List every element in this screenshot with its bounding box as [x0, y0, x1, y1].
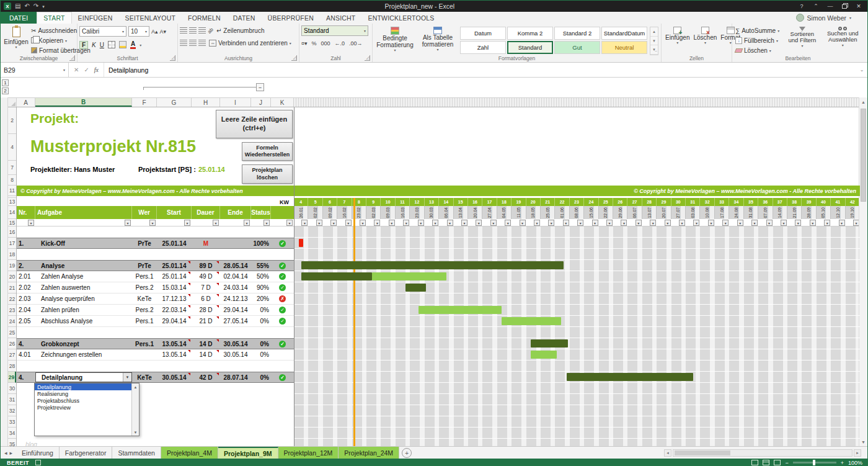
filter-button[interactable]: ▾: [737, 220, 743, 226]
cell-icon[interactable]: ✓: [271, 271, 294, 282]
week-date-cell[interactable]: 25.05: [541, 206, 555, 219]
cell-task[interactable]: Zeichnungen erstellen: [35, 349, 132, 360]
dropdown-button[interactable]: ▼: [123, 373, 131, 382]
row-header-19[interactable]: 19: [8, 260, 16, 271]
filter-button[interactable]: ▾: [722, 220, 728, 226]
header-start[interactable]: Start: [157, 206, 192, 219]
sheet-tab-stammdaten[interactable]: Stammdaten: [112, 447, 161, 459]
hscroll-left-icon[interactable]: ◂: [664, 449, 671, 457]
filter-button[interactable]: ▾: [505, 220, 511, 226]
week-date-cell[interactable]: 08.06: [570, 206, 584, 219]
week-date-cell[interactable]: 19.10: [846, 206, 860, 219]
cell-end[interactable]: [220, 238, 251, 248]
cell-nr[interactable]: 2.01: [17, 271, 35, 282]
filter-button[interactable]: ▾: [184, 220, 190, 226]
increase-decimal-icon[interactable]: ←.0: [335, 40, 345, 47]
tab-seitenlayout[interactable]: SEITENLAYOUT: [118, 12, 182, 24]
task-row-2[interactable]: 2.AnalysePrTe25.01.1489 D28.05.1455%✓: [17, 260, 294, 271]
week-date-cell[interactable]: 16.02: [337, 206, 352, 219]
week-date-cell[interactable]: 21.09: [787, 206, 802, 219]
gallery-more-icon[interactable]: ▼̲: [650, 45, 658, 55]
scroll-down-icon[interactable]: ▼: [859, 437, 867, 446]
row-header-27[interactable]: 27: [8, 349, 16, 361]
row-header-25[interactable]: 25: [8, 327, 16, 338]
align-left-icon[interactable]: [180, 40, 187, 47]
dialog-launcher-icon[interactable]: ◿: [291, 55, 297, 61]
week-number-cell[interactable]: 16: [468, 198, 482, 206]
row-header-4[interactable]: 4: [8, 134, 16, 161]
week-number-cell[interactable]: 22: [555, 198, 569, 206]
column-header-G[interactable]: G: [157, 98, 192, 107]
cell-icon[interactable]: [271, 349, 294, 360]
filter-button[interactable]: ▾: [374, 220, 380, 226]
week-number-cell[interactable]: 37: [773, 198, 787, 206]
cell-start[interactable]: 17.12.13: [157, 293, 192, 304]
cell-status[interactable]: 100%: [251, 238, 271, 248]
task-row-202[interactable]: 2.02Zahlen auswertenPers.215.03.147 D24.…: [17, 282, 294, 293]
cell-end[interactable]: 28.07.14: [220, 372, 251, 382]
filter-button[interactable]: ▾: [125, 220, 131, 226]
filter-button[interactable]: ▾: [264, 220, 270, 226]
cell-who[interactable]: KeTe: [132, 293, 157, 304]
row-header-17[interactable]: 17: [8, 238, 16, 249]
font-color-icon[interactable]: A: [130, 41, 136, 49]
cell-duration[interactable]: 7 D: [192, 282, 220, 293]
row-header-33[interactable]: 33: [8, 416, 16, 428]
cell-status[interactable]: 0%: [251, 372, 271, 382]
week-date-cell[interactable]: 09.02: [323, 206, 337, 219]
week-date-cell[interactable]: 28.09: [802, 206, 816, 219]
header-status[interactable]: Status: [251, 206, 271, 219]
bold-button[interactable]: F: [79, 41, 88, 49]
row-header-23[interactable]: 23: [8, 305, 16, 316]
cell-style-datum[interactable]: Datum: [460, 27, 506, 40]
cell-start[interactable]: 25.01.14: [157, 271, 192, 282]
cell-icon[interactable]: ✓: [271, 339, 294, 349]
cell-end[interactable]: 24.12.13: [220, 293, 251, 304]
cell-nr[interactable]: 2.02: [17, 282, 35, 293]
row-header-11[interactable]: 11: [8, 186, 16, 196]
filter-button[interactable]: ▾: [781, 220, 787, 226]
select-all-corner[interactable]: [8, 98, 17, 107]
vertical-scrollbar[interactable]: ▲ ▼: [859, 97, 867, 446]
scroll-up-icon[interactable]: ▲: [859, 97, 867, 106]
filter-button[interactable]: ▾: [534, 220, 540, 226]
filter-button[interactable]: ▾: [636, 220, 642, 226]
cell-end[interactable]: 28.05.14: [220, 261, 251, 271]
horizontal-scroll-thumb[interactable]: [675, 450, 730, 455]
format-as-table-button[interactable]: Als Tabelle formatieren▾: [418, 25, 458, 55]
filter-button[interactable]: ▾: [824, 220, 830, 226]
week-number-cell[interactable]: 6: [323, 198, 337, 206]
filter-button[interactable]: ▾: [621, 220, 627, 226]
week-date-cell[interactable]: 03.08: [686, 206, 700, 219]
cell-style-neutral[interactable]: Neutral: [601, 41, 647, 54]
week-number-cell[interactable]: 34: [729, 198, 743, 206]
align-center-icon[interactable]: [189, 40, 197, 47]
cell-end[interactable]: 27.05.14: [220, 316, 251, 326]
week-number-cell[interactable]: 26: [613, 198, 627, 206]
underline-button[interactable]: U: [100, 42, 104, 48]
task-row-4[interactable]: 4.GrobkonzeptPers.113.05.1414 D30.05.140…: [17, 338, 294, 349]
week-number-cell[interactable]: 36: [758, 198, 773, 206]
cell-nr[interactable]: 4.: [17, 339, 35, 349]
filter-button[interactable]: ▾: [520, 220, 526, 226]
row-header-7[interactable]: 7: [8, 161, 16, 175]
week-number-cell[interactable]: 30: [671, 198, 686, 206]
filter-button[interactable]: ▾: [839, 220, 845, 226]
week-date-cell[interactable]: 05.10: [817, 206, 831, 219]
tab-datei[interactable]: DATEI: [1, 12, 37, 24]
formula-bar-expand-icon[interactable]: ⌄: [856, 63, 867, 77]
week-number-cell[interactable]: 4: [294, 198, 308, 206]
collapse-group-button[interactable]: −: [256, 83, 264, 91]
task-row-1[interactable]: 1.Kick-OffPrTe25.01.14M100%✓: [17, 238, 294, 249]
delete-cells-button[interactable]: Löschen▾: [691, 25, 719, 47]
week-number-cell[interactable]: 21: [541, 198, 555, 206]
cell-style-standard-2[interactable]: Standard 2: [554, 27, 600, 40]
week-number-cell[interactable]: 27: [627, 198, 642, 206]
cell-nr[interactable]: 2.: [17, 261, 35, 271]
filter-button[interactable]: ▾: [447, 220, 453, 226]
week-number-cell[interactable]: 25: [599, 198, 613, 206]
sheet-tab-farbgenerator[interactable]: Farbgenerator: [60, 447, 113, 459]
cell-duration[interactable]: 6 D: [192, 293, 220, 304]
insert-cells-button[interactable]: Einfügen▾: [663, 25, 691, 47]
name-box[interactable]: B29▾: [1, 63, 69, 77]
